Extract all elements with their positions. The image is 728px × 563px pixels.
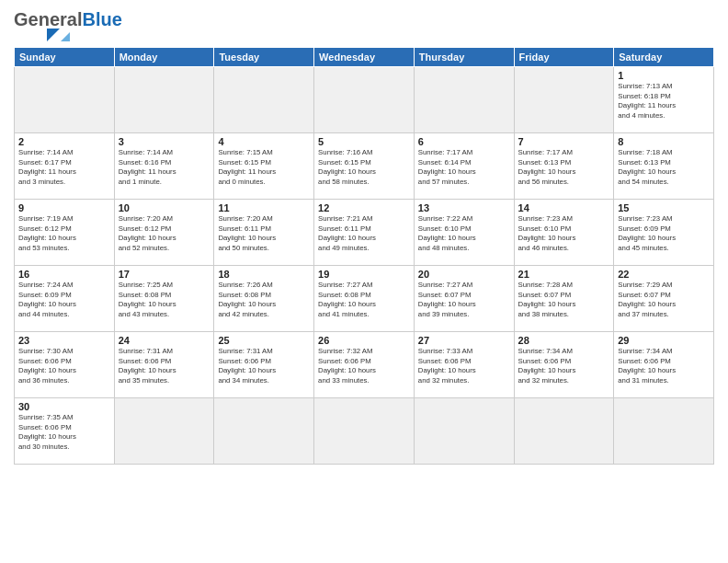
day-number: 24 [119, 335, 210, 346]
calendar-cell: 6Sunrise: 7:17 AM Sunset: 6:14 PM Daylig… [414, 133, 514, 200]
day-number: 22 [618, 269, 710, 280]
calendar-cell: 25Sunrise: 7:31 AM Sunset: 6:06 PM Dayli… [214, 332, 314, 398]
calendar-cell: 2Sunrise: 7:14 AM Sunset: 6:17 PM Daylig… [15, 133, 115, 200]
logo-shape [14, 29, 122, 41]
calendar-cell: 17Sunrise: 7:25 AM Sunset: 6:08 PM Dayli… [114, 266, 214, 332]
weekday-header-sunday: Sunday [15, 48, 115, 67]
header: GeneralBlue [14, 9, 714, 41]
calendar-cell [414, 398, 514, 465]
day-number: 1 [618, 70, 710, 81]
logo-general: General [14, 9, 82, 29]
calendar-cell: 22Sunrise: 7:29 AM Sunset: 6:07 PM Dayli… [614, 266, 714, 332]
day-info: Sunrise: 7:29 AM Sunset: 6:07 PM Dayligh… [618, 281, 710, 319]
day-info: Sunrise: 7:23 AM Sunset: 6:09 PM Dayligh… [618, 214, 710, 253]
day-number: 11 [218, 202, 310, 213]
day-number: 21 [518, 269, 610, 280]
logo-triangle-light [61, 32, 70, 41]
day-info: Sunrise: 7:13 AM Sunset: 6:18 PM Dayligh… [618, 82, 710, 121]
calendar-cell [514, 67, 614, 133]
calendar-week-row-0: 1Sunrise: 7:13 AM Sunset: 6:18 PM Daylig… [15, 67, 714, 133]
weekday-header-monday: Monday [114, 48, 214, 67]
day-info: Sunrise: 7:35 AM Sunset: 6:06 PM Dayligh… [18, 413, 110, 452]
calendar-cell [15, 67, 115, 133]
day-number: 5 [318, 136, 410, 147]
calendar-cell: 28Sunrise: 7:34 AM Sunset: 6:06 PM Dayli… [514, 332, 614, 398]
day-number: 7 [518, 136, 610, 147]
calendar-cell [314, 398, 415, 465]
day-number: 18 [218, 269, 310, 280]
weekday-header-row: SundayMondayTuesdayWednesdayThursdayFrid… [15, 48, 714, 67]
day-number: 2 [18, 136, 110, 147]
day-info: Sunrise: 7:34 AM Sunset: 6:06 PM Dayligh… [518, 347, 610, 385]
calendar-week-row-2: 9Sunrise: 7:19 AM Sunset: 6:12 PM Daylig… [15, 200, 714, 266]
day-info: Sunrise: 7:31 AM Sunset: 6:06 PM Dayligh… [119, 347, 210, 385]
day-number: 10 [119, 202, 210, 213]
day-info: Sunrise: 7:33 AM Sunset: 6:06 PM Dayligh… [418, 347, 510, 385]
day-number: 4 [218, 136, 310, 147]
day-number: 26 [318, 335, 410, 346]
calendar-cell [114, 398, 214, 465]
day-info: Sunrise: 7:22 AM Sunset: 6:10 PM Dayligh… [418, 214, 510, 253]
day-info: Sunrise: 7:31 AM Sunset: 6:06 PM Dayligh… [218, 347, 310, 385]
day-info: Sunrise: 7:17 AM Sunset: 6:13 PM Dayligh… [518, 148, 610, 187]
calendar-cell [614, 398, 714, 465]
day-number: 29 [618, 335, 710, 346]
day-number: 17 [119, 269, 210, 280]
calendar-cell: 24Sunrise: 7:31 AM Sunset: 6:06 PM Dayli… [114, 332, 214, 398]
day-number: 6 [418, 136, 510, 147]
calendar-cell: 4Sunrise: 7:15 AM Sunset: 6:15 PM Daylig… [214, 133, 314, 200]
calendar-cell [414, 67, 514, 133]
calendar-week-row-1: 2Sunrise: 7:14 AM Sunset: 6:17 PM Daylig… [15, 133, 714, 200]
day-number: 30 [18, 401, 110, 412]
logo-triangle-blue [47, 29, 60, 41]
day-number: 13 [418, 202, 510, 213]
calendar-table: SundayMondayTuesdayWednesdayThursdayFrid… [14, 47, 714, 465]
day-info: Sunrise: 7:30 AM Sunset: 6:06 PM Dayligh… [18, 347, 110, 385]
day-number: 20 [418, 269, 510, 280]
day-number: 12 [318, 202, 410, 213]
calendar-week-row-4: 23Sunrise: 7:30 AM Sunset: 6:06 PM Dayli… [15, 332, 714, 398]
calendar-week-row-5: 30Sunrise: 7:35 AM Sunset: 6:06 PM Dayli… [15, 398, 714, 465]
day-number: 8 [618, 136, 710, 147]
logo-blue: Blue [82, 9, 121, 29]
day-number: 15 [618, 202, 710, 213]
calendar-cell: 13Sunrise: 7:22 AM Sunset: 6:10 PM Dayli… [414, 200, 514, 266]
calendar-cell [214, 67, 314, 133]
calendar-cell: 9Sunrise: 7:19 AM Sunset: 6:12 PM Daylig… [15, 200, 115, 266]
weekday-header-wednesday: Wednesday [314, 48, 415, 67]
page: GeneralBlue SundayMondayTuesdayWednesday… [0, 0, 728, 563]
day-info: Sunrise: 7:25 AM Sunset: 6:08 PM Dayligh… [119, 281, 210, 319]
calendar-cell: 20Sunrise: 7:27 AM Sunset: 6:07 PM Dayli… [414, 266, 514, 332]
calendar-cell [314, 67, 415, 133]
day-info: Sunrise: 7:20 AM Sunset: 6:11 PM Dayligh… [218, 214, 310, 253]
calendar-cell: 3Sunrise: 7:14 AM Sunset: 6:16 PM Daylig… [114, 133, 214, 200]
weekday-header-friday: Friday [514, 48, 614, 67]
day-info: Sunrise: 7:19 AM Sunset: 6:12 PM Dayligh… [18, 214, 110, 253]
calendar-cell: 19Sunrise: 7:27 AM Sunset: 6:08 PM Dayli… [314, 266, 415, 332]
calendar-cell: 16Sunrise: 7:24 AM Sunset: 6:09 PM Dayli… [15, 266, 115, 332]
day-info: Sunrise: 7:27 AM Sunset: 6:08 PM Dayligh… [318, 281, 410, 319]
day-info: Sunrise: 7:15 AM Sunset: 6:15 PM Dayligh… [218, 148, 310, 187]
calendar-cell: 27Sunrise: 7:33 AM Sunset: 6:06 PM Dayli… [414, 332, 514, 398]
calendar-cell [514, 398, 614, 465]
day-number: 23 [18, 335, 110, 346]
day-info: Sunrise: 7:34 AM Sunset: 6:06 PM Dayligh… [618, 347, 710, 385]
day-info: Sunrise: 7:16 AM Sunset: 6:15 PM Dayligh… [318, 148, 410, 187]
day-info: Sunrise: 7:32 AM Sunset: 6:06 PM Dayligh… [318, 347, 410, 385]
day-info: Sunrise: 7:24 AM Sunset: 6:09 PM Dayligh… [18, 281, 110, 319]
weekday-header-saturday: Saturday [614, 48, 714, 67]
day-number: 9 [18, 202, 110, 213]
calendar-cell: 30Sunrise: 7:35 AM Sunset: 6:06 PM Dayli… [15, 398, 115, 465]
logo: GeneralBlue [14, 9, 122, 41]
calendar-cell: 12Sunrise: 7:21 AM Sunset: 6:11 PM Dayli… [314, 200, 415, 266]
day-number: 19 [318, 269, 410, 280]
day-info: Sunrise: 7:14 AM Sunset: 6:17 PM Dayligh… [18, 148, 110, 187]
calendar-cell: 8Sunrise: 7:18 AM Sunset: 6:13 PM Daylig… [614, 133, 714, 200]
calendar-cell: 26Sunrise: 7:32 AM Sunset: 6:06 PM Dayli… [314, 332, 415, 398]
day-number: 14 [518, 202, 610, 213]
calendar-cell: 14Sunrise: 7:23 AM Sunset: 6:10 PM Dayli… [514, 200, 614, 266]
day-info: Sunrise: 7:17 AM Sunset: 6:14 PM Dayligh… [418, 148, 510, 187]
day-number: 27 [418, 335, 510, 346]
weekday-header-thursday: Thursday [414, 48, 514, 67]
calendar-cell: 10Sunrise: 7:20 AM Sunset: 6:12 PM Dayli… [114, 200, 214, 266]
